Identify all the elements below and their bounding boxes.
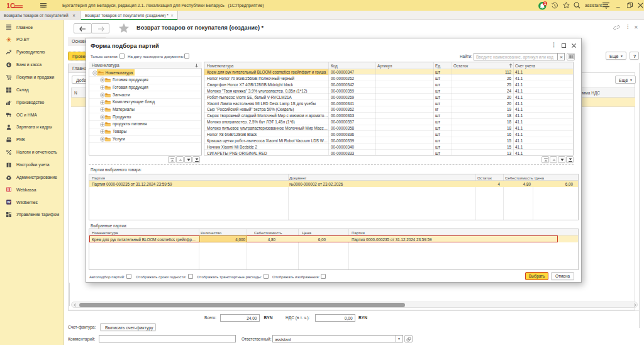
svg-text:1С: 1С [7, 2, 15, 9]
svg-text:W: W [7, 200, 11, 204]
svg-text:1: 1 [544, 1, 547, 6]
svg-text:€: € [8, 62, 10, 67]
